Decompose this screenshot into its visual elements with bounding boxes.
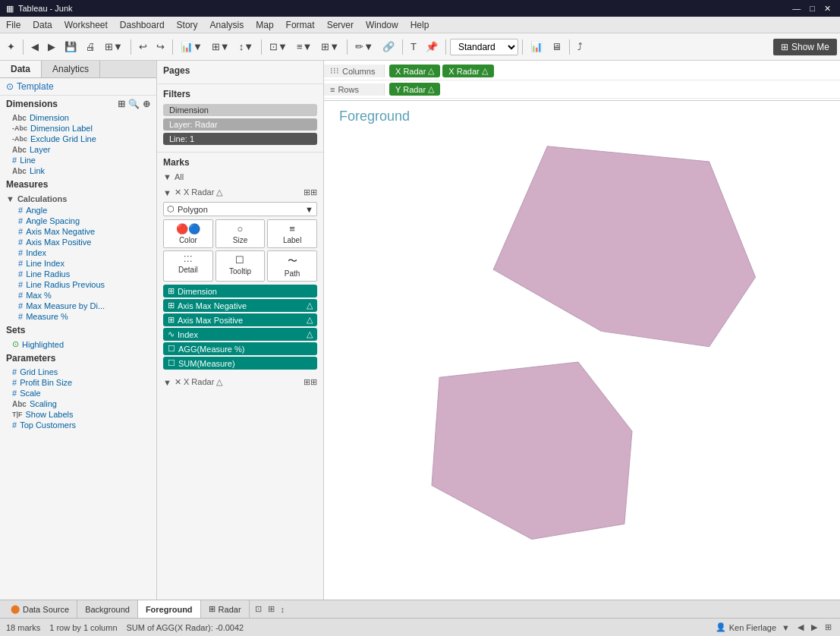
field-highlighted[interactable]: ⊙ Highlighted (0, 338, 156, 350)
close-button[interactable]: ✕ (821, 4, 834, 14)
toolbar-redo-btn[interactable]: ↪ (153, 39, 168, 55)
mark-pill-index[interactable]: ∿ Index △ (163, 328, 317, 341)
marks-label-btn[interactable]: ≡ Label (267, 219, 317, 248)
filter-dimension[interactable]: Dimension (163, 104, 317, 116)
toolbar-device-btn[interactable]: 🖥 (548, 39, 565, 55)
toolbar-link-btn[interactable]: 🔗 (379, 39, 398, 55)
template-link[interactable]: ⊙ Template (0, 78, 156, 96)
field-show-labels[interactable]: T|F Show Labels (0, 409, 156, 420)
dimensions-expand-icon[interactable]: ⊕ (143, 99, 150, 109)
tab-analytics[interactable]: Analytics (42, 61, 100, 77)
toolbar-new-btn[interactable]: ✦ (3, 39, 19, 55)
field-dimension[interactable]: Abc Dimension (0, 112, 156, 123)
field-line-index[interactable]: # Line Index (0, 258, 156, 269)
menu-window[interactable]: Window (360, 18, 404, 32)
field-profit-bin[interactable]: # Profit Bin Size (0, 377, 156, 388)
mark-pill-axis-pos[interactable]: ⊞ Axis Max Positive △ (163, 313, 317, 326)
tab-sort-btn[interactable]: ↕ (278, 603, 288, 616)
field-scaling[interactable]: Abc Scaling (0, 398, 156, 409)
mark-pill-agg[interactable]: ☐ AGG(Measure %) (163, 342, 317, 355)
minimize-button[interactable]: — (789, 4, 804, 14)
field-measure-pct[interactable]: # Measure % (0, 311, 156, 322)
field-exclude-grid[interactable]: -Abc Exclude Grid Line (0, 134, 156, 144)
marks-duplicate-icon[interactable]: ⊞⊞ (304, 187, 317, 197)
toolbar-chart-btn[interactable]: 📊 (527, 39, 546, 55)
field-line[interactable]: # Line (0, 155, 156, 165)
menu-dashboard[interactable]: Dashboard (114, 18, 171, 32)
menu-worksheet[interactable]: Worksheet (58, 18, 114, 32)
dimensions-grid-icon[interactable]: ⊞ (118, 99, 125, 109)
menu-map[interactable]: Map (250, 18, 279, 32)
mark-pill-sum[interactable]: ☐ SUM(Measure) (163, 357, 317, 370)
field-angle-spacing[interactable]: # Angle Spacing (0, 216, 156, 226)
tab-add-btn[interactable]: ⊡ (253, 603, 264, 616)
tab-background[interactable]: Background (77, 600, 138, 618)
filter-layer[interactable]: Layer: Radar (163, 118, 317, 131)
view-size-dropdown[interactable]: Standard (450, 39, 518, 55)
toolbar-brush-btn[interactable]: ✏▼ (351, 39, 377, 55)
toolbar-sort-asc-btn[interactable]: ↕▼ (235, 39, 257, 55)
marks-size-btn[interactable]: ○ Size (216, 219, 266, 248)
toolbar-share-btn[interactable]: ⤴ (574, 39, 587, 55)
calculations-subsection[interactable]: ▼ Calculations (0, 193, 156, 205)
grid-view-btn[interactable]: ⊞ (823, 621, 834, 634)
marks-type-dropdown[interactable]: ⬡ Polygon ▼ (163, 202, 317, 216)
marks-color-btn[interactable]: 🔴🔵 Color (163, 219, 213, 248)
mark-pill-dimension[interactable]: ⊞ Dimension (163, 285, 317, 298)
toolbar-back-btn[interactable]: ◀ (27, 39, 42, 55)
columns-pill-2[interactable]: X Radar △ (442, 65, 493, 77)
field-axis-max-neg[interactable]: # Axis Max Negative (0, 226, 156, 237)
menu-help[interactable]: Help (404, 18, 436, 32)
tab-data-source[interactable]: ⬤ Data Source (3, 600, 77, 618)
field-axis-max-pos[interactable]: # Axis Max Positive (0, 237, 156, 247)
marks-duplicate2-icon[interactable]: ⊞⊞ (304, 377, 317, 387)
mark-pill-axis-neg[interactable]: ⊞ Axis Max Negative △ (163, 299, 317, 312)
filter-line[interactable]: Line: 1 (163, 133, 317, 145)
field-layer[interactable]: Abc Layer (0, 144, 156, 155)
menu-format[interactable]: Format (280, 18, 321, 32)
field-line-radius-prev[interactable]: # Line Radius Previous (0, 279, 156, 290)
menu-analysis[interactable]: Analysis (204, 18, 250, 32)
field-index[interactable]: # Index (0, 247, 156, 258)
toolbar-pin-btn[interactable]: 📌 (422, 39, 442, 55)
toolbar-bars-btn[interactable]: 📊▼ (177, 39, 206, 55)
field-link[interactable]: Abc Link (0, 165, 156, 176)
menu-data[interactable]: Data (27, 18, 58, 32)
toolbar-undo-btn[interactable]: ↩ (135, 39, 151, 55)
tab-duplicate-btn[interactable]: ⊞ (266, 603, 277, 616)
marks-tooltip-btn[interactable]: ☐ Tooltip (216, 250, 266, 282)
tab-radar[interactable]: ⊞ Radar (201, 600, 250, 618)
toolbar-layout-btn[interactable]: ⊡▼ (266, 39, 291, 55)
field-top-customers[interactable]: # Top Customers (0, 420, 156, 430)
dimensions-search-icon[interactable]: 🔍 (128, 99, 140, 109)
marks-detail-btn[interactable]: ⁚⁚⁚ Detail (163, 250, 213, 282)
nav-left-btn[interactable]: ◀ (795, 621, 806, 634)
toolbar-table-btn[interactable]: ⊞▼ (317, 39, 343, 55)
toolbar-text-btn[interactable]: T (407, 39, 420, 55)
marks-path-btn[interactable]: 〜 Path (267, 250, 317, 282)
field-dimension-label[interactable]: -Abc Dimension Label (0, 123, 156, 134)
nav-right-btn[interactable]: ▶ (809, 621, 820, 634)
field-grid-lines[interactable]: # Grid Lines (0, 367, 156, 377)
toolbar-print-btn[interactable]: 🖨 (82, 39, 99, 55)
menu-file[interactable]: File (0, 18, 27, 32)
restore-button[interactable]: □ (807, 4, 818, 14)
toolbar-filter-btn[interactable]: ≡▼ (293, 39, 316, 55)
toolbar-forward-btn[interactable]: ▶ (44, 39, 59, 55)
toolbar-data-btn[interactable]: ⊞▼ (101, 39, 127, 55)
rows-pill-1[interactable]: Y Radar △ (389, 83, 440, 96)
tab-data[interactable]: Data (0, 61, 42, 77)
tab-foreground[interactable]: Foreground (138, 600, 201, 618)
show-me-button[interactable]: ⊞ Show Me (773, 39, 837, 55)
user-dropdown-btn[interactable]: ▼ (779, 622, 792, 634)
toolbar-save-btn[interactable]: 💾 (61, 39, 80, 55)
columns-pill-1[interactable]: X Radar △ (389, 65, 440, 77)
field-max-pct[interactable]: # Max % (0, 290, 156, 301)
menu-server[interactable]: Server (321, 18, 360, 32)
field-angle[interactable]: # Angle (0, 205, 156, 216)
field-max-measure[interactable]: # Max Measure by Di... (0, 301, 156, 311)
menu-story[interactable]: Story (171, 18, 204, 32)
toolbar-group-btn[interactable]: ⊞▼ (208, 39, 234, 55)
field-scale[interactable]: # Scale (0, 388, 156, 398)
field-line-radius[interactable]: # Line Radius (0, 269, 156, 279)
